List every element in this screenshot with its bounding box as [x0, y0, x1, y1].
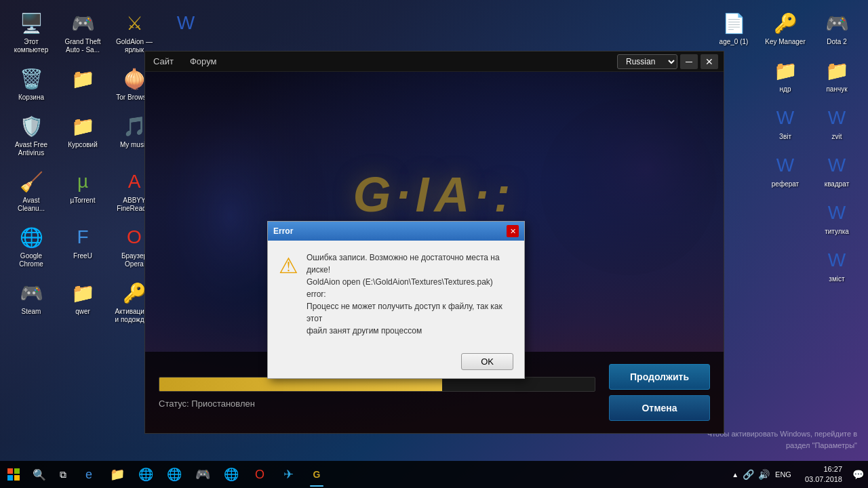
- tray-network-icon[interactable]: 🔗: [743, 469, 754, 480]
- clock-date: 03.07.2018: [805, 474, 842, 485]
- tray-icons: ▲ 🔗 🔊: [732, 469, 770, 480]
- goldaion-taskbar-icon: G: [313, 469, 321, 480]
- desktop-icon-goldaion[interactable]: ⚔ GoldAion —ярлык: [110, 7, 159, 57]
- tray-up-icon[interactable]: ▲: [732, 471, 738, 479]
- error-close-button[interactable]: ✕: [507, 225, 519, 237]
- opera-taskbar-icon: O: [255, 468, 264, 482]
- error-overlay: Error ✕ ⚠ Ошибка записи. Возможно не дос…: [145, 52, 724, 433]
- desktop-icon-dota2[interactable]: 🎮 Dota 2: [812, 7, 861, 49]
- svg-rect-4: [7, 475, 13, 481]
- desktop-icon-folder-punch[interactable]: 📁 панчук: [812, 54, 861, 96]
- desktop-icon-freeu[interactable]: F FreeU: [58, 221, 107, 271]
- edge-icon: e: [85, 468, 92, 482]
- desktop-icon-gta[interactable]: 🎮 Grand TheftAuto - Sa...: [58, 7, 107, 57]
- notification-center-button[interactable]: 💬: [848, 461, 868, 488]
- taskbar-chrome[interactable]: 🌐: [217, 461, 245, 488]
- desktop-icon-kursoviy[interactable]: 📁 Курсовий: [58, 110, 107, 160]
- taskbar-steam[interactable]: 🎮: [189, 461, 217, 488]
- desktop-icon-avast-clean[interactable]: 🧹 AvastCleanu...: [7, 165, 56, 216]
- svg-rect-2: [7, 468, 13, 474]
- svg-rect-5: [14, 475, 20, 481]
- desktop-icon-utorrent[interactable]: µ µTorrent: [58, 165, 107, 216]
- search-button[interactable]: 🔍: [27, 461, 51, 488]
- notification-icon: 💬: [852, 469, 864, 480]
- warning-icon: ⚠: [279, 253, 298, 279]
- desktop-icon-titulka[interactable]: W титулка: [812, 197, 861, 239]
- chrome-taskbar-icon: 🌐: [224, 467, 239, 482]
- explorer-icon: 📁: [110, 467, 125, 482]
- taskbar-explorer[interactable]: 📁: [103, 461, 132, 488]
- error-footer: OK: [268, 348, 524, 378]
- task-view-icon: ⧉: [60, 469, 66, 481]
- tray-speaker-icon[interactable]: 🔊: [758, 469, 770, 480]
- activation-text: Чтобы активировать Windows, перейдите в …: [707, 428, 857, 451]
- task-view-button[interactable]: ⧉: [51, 461, 75, 488]
- error-message: Ошибка записи. Возможно не достаточно ме…: [307, 251, 513, 337]
- taskbar-ie[interactable]: 🌐: [132, 461, 160, 488]
- desktop-icon-this-computer[interactable]: 🖥️ Этот компьютер: [7, 7, 56, 57]
- taskbar-goldaion[interactable]: G: [302, 461, 331, 488]
- app-window: Сайт Форум Russian English Ukrainian ─ ✕: [144, 51, 724, 434]
- taskbar-ie2[interactable]: 🌐: [160, 461, 189, 488]
- desktop-icon-recycle[interactable]: 🗑️ Корзина: [7, 62, 56, 104]
- desktop-icon-zmist[interactable]: W зміст: [812, 244, 861, 286]
- taskbar-telegram[interactable]: ✈: [274, 461, 302, 488]
- taskbar-tray: ▲ 🔗 🔊 ENG: [726, 469, 800, 480]
- ie-icon: 🌐: [138, 467, 153, 482]
- desktop-icon-avast[interactable]: 🛡️ Avast FreeAntivirus: [7, 110, 56, 160]
- ok-button[interactable]: OK: [461, 353, 513, 370]
- svg-rect-3: [14, 468, 20, 474]
- error-dialog: Error ✕ ⚠ Ошибка записи. Возможно не дос…: [267, 221, 525, 379]
- search-icon: 🔍: [33, 468, 46, 481]
- desktop-icon-qwer[interactable]: 📁 qwer: [58, 277, 107, 327]
- error-titlebar: Error ✕: [268, 222, 524, 241]
- taskbar-opera[interactable]: O: [245, 461, 274, 488]
- start-button[interactable]: [0, 461, 27, 488]
- error-dialog-title: Error: [273, 226, 293, 236]
- desktop-icon-kvadrat[interactable]: W квадрат: [812, 149, 861, 191]
- desktop-icon-zvit[interactable]: W Звіт: [761, 102, 810, 144]
- desktop-icon-steam[interactable]: 🎮 Steam: [7, 277, 56, 327]
- taskbar: 🔍 ⧉ e 📁 🌐 🌐 🎮 🌐 O: [0, 461, 868, 488]
- desktop-icon-folder1[interactable]: 📁: [58, 62, 107, 104]
- desktop-icon-referat[interactable]: W реферат: [761, 149, 810, 191]
- error-body: ⚠ Ошибка записи. Возможно не достаточно …: [268, 241, 524, 348]
- desktop-icon-word[interactable]: W: [161, 7, 210, 57]
- desktop-icon-folder-ndr[interactable]: 📁 ндр: [761, 54, 810, 96]
- desktop-icon-key-manager[interactable]: 🔑 Key Manager: [761, 7, 810, 49]
- desktop: 🖥️ Этот компьютер 🎮 Grand TheftAuto - Sa…: [0, 0, 868, 488]
- steam-icon: 🎮: [195, 467, 210, 482]
- clock-time: 16:27: [805, 464, 842, 474]
- taskbar-edge[interactable]: e: [75, 461, 103, 488]
- desktop-icon-google-chrome[interactable]: 🌐 GoogleChrome: [7, 221, 56, 271]
- system-clock[interactable]: 16:27 03.07.2018: [800, 464, 848, 485]
- ie2-icon: 🌐: [167, 467, 182, 482]
- keyboard-layout[interactable]: ENG: [772, 469, 794, 480]
- desktop-icons-right: 📄 age_0 (1) 🔑 Key Manager 🎮 Dota 2 📁 ндр…: [709, 7, 861, 286]
- telegram-icon: ✈: [283, 467, 294, 482]
- taskbar-pinned-apps: e 📁 🌐 🌐 🎮 🌐 O ✈ G: [75, 461, 331, 488]
- desktop-icon-age[interactable]: 📄 age_0 (1): [709, 7, 758, 49]
- desktop-icon-zvit2[interactable]: W zvit: [812, 102, 861, 144]
